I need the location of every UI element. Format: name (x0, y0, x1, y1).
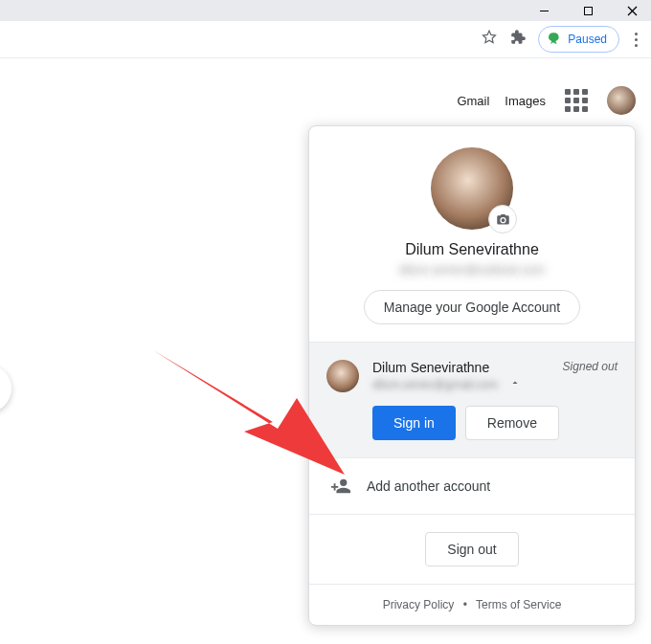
person-add-icon (330, 476, 351, 497)
left-pager-bubble[interactable] (0, 365, 11, 412)
camera-icon (496, 212, 510, 227)
chevron-up-icon[interactable] (509, 375, 521, 391)
signed-out-label: Signed out (563, 360, 617, 373)
close-button[interactable] (613, 0, 651, 21)
sign-in-button[interactable]: Sign in (372, 406, 456, 440)
google-top-nav: Gmail Images (457, 85, 636, 116)
account-footer: Privacy Policy • Terms of Service (309, 584, 635, 625)
account-name: Dilum Senevirathne (328, 241, 616, 258)
nav-images-link[interactable]: Images (505, 94, 546, 108)
secondary-account-name: Dilum Senevirathne (372, 360, 550, 375)
account-avatar-small[interactable] (607, 86, 636, 115)
paused-label: Paused (568, 33, 607, 46)
change-photo-button[interactable] (488, 205, 517, 233)
profile-bird-icon (547, 32, 562, 47)
account-popover: Dilum Senevirathne dilum.senev@outlook.c… (308, 125, 636, 626)
sign-out-button[interactable]: Sign out (425, 532, 518, 566)
window-titlebar (0, 0, 651, 21)
remove-account-button[interactable]: Remove (465, 406, 559, 440)
nav-gmail-link[interactable]: Gmail (457, 94, 489, 108)
secondary-account-avatar (326, 360, 359, 392)
extensions-icon[interactable] (509, 29, 527, 50)
secondary-account-email: dilum.senev@gmail.com (372, 378, 498, 391)
manage-account-button[interactable]: Manage your Google Account (364, 290, 580, 324)
terms-link[interactable]: Terms of Service (476, 598, 561, 611)
toolbar: Paused (0, 21, 651, 58)
browser-menu-icon[interactable] (631, 29, 641, 51)
apps-grid-icon[interactable] (561, 85, 592, 116)
footer-dot-separator: • (463, 598, 467, 611)
svg-rect-1 (584, 7, 592, 14)
star-icon[interactable] (481, 29, 498, 50)
maximize-button[interactable] (569, 0, 607, 21)
add-account-row[interactable]: Add another account (309, 458, 635, 515)
minimize-button[interactable] (525, 0, 563, 21)
privacy-link[interactable]: Privacy Policy (383, 598, 455, 611)
add-account-label: Add another account (367, 478, 490, 494)
secondary-account-section: Dilum Senevirathne dilum.senev@gmail.com… (309, 342, 635, 458)
account-email: dilum.senev@outlook.com (328, 262, 616, 277)
profile-paused-pill[interactable]: Paused (538, 26, 619, 53)
